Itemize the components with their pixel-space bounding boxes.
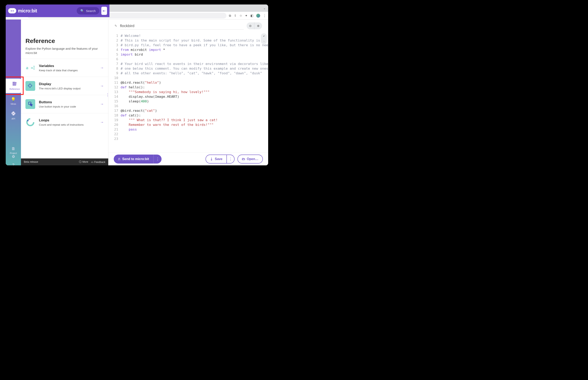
svg-rect-8	[29, 85, 29, 85]
buttons-icon	[25, 99, 35, 109]
sidebar-item-label: API	[12, 117, 15, 120]
sidebar-item-project[interactable]: 🗎 Project	[10, 146, 17, 154]
reference-item-display[interactable]: Display The micro:bit's LED display outp…	[21, 77, 108, 95]
logo-text: micro:bit	[18, 8, 37, 14]
reference-item-sub: Use button inputs in your code	[39, 105, 96, 108]
reference-item-name: Buttons	[39, 100, 96, 104]
browser-window: Python Editor for micro:bit ✕ + ⌄ ← → ⟳ …	[6, 4, 268, 165]
panel-footer: Beta release ⓘ More ▭ Feedback	[21, 158, 108, 165]
svg-rect-10	[28, 85, 29, 86]
python-icon	[11, 111, 16, 117]
svg-rect-9	[31, 85, 32, 85]
editor-header: ✎ flockbird ⊖ ⊕	[108, 19, 268, 32]
search-button[interactable]: 🔍 Search	[77, 7, 99, 15]
edit-filename-icon[interactable]: ✎	[115, 24, 117, 28]
extensions-icon[interactable]: ✦	[245, 14, 248, 18]
code-content[interactable]: # Welcome!# This is the main script for …	[121, 33, 268, 152]
download-icon: ⭳	[210, 157, 213, 161]
chevron-right-icon: →	[100, 120, 104, 124]
reference-item-loops[interactable]: Loops Count and repeat sets of instructi…	[21, 113, 108, 131]
beta-label: Beta release	[24, 160, 38, 163]
line-gutter: 1234567891011121314151617181920212223	[108, 33, 121, 152]
help-icon[interactable]: ?	[12, 163, 15, 165]
chevron-right-icon: →	[100, 66, 104, 70]
logo-badge-icon	[8, 8, 16, 13]
panel-header: Reference Explore the Python language an…	[21, 32, 108, 59]
reference-item-name: Variables	[39, 64, 96, 68]
send-to-microbit-button[interactable]: ⎍Send to micro:bit ⋮	[114, 154, 162, 164]
tabs-dropdown-icon[interactable]: ⌄	[263, 6, 266, 10]
reference-item-sub: Count and repeat sets of instructions	[39, 123, 96, 126]
redo-button[interactable]: ↷	[261, 39, 267, 44]
zoom-controls: ⊖ ⊕	[247, 22, 262, 29]
open-button[interactable]: 🗁Open…	[237, 154, 263, 164]
collapse-sidebar-button[interactable]: ⇤	[101, 7, 107, 15]
svg-rect-7	[30, 84, 31, 85]
save-button[interactable]: ⭳Save ⋮	[206, 154, 235, 164]
variables-icon: a = 5⚅	[25, 63, 35, 73]
project-filename[interactable]: flockbird	[120, 24, 244, 30]
sidebar-item-api[interactable]: API	[11, 111, 16, 120]
bookmark-icon[interactable]: ☆	[239, 14, 242, 18]
svg-rect-14	[29, 87, 30, 87]
chevron-right-icon: →	[100, 84, 104, 88]
code-editor[interactable]: 1234567891011121314151617181920212223 # …	[108, 32, 268, 152]
zoom-out-button[interactable]: ⊖	[247, 22, 254, 29]
zoom-in-button[interactable]: ⊕	[254, 22, 262, 29]
chevron-right-icon: →	[100, 102, 104, 106]
sidepanel-icon[interactable]: ◧	[250, 14, 253, 18]
lightbulb-icon: 💡	[11, 97, 16, 102]
sidebar-item-label: Project	[10, 152, 17, 154]
share-icon[interactable]: ⇧	[234, 14, 237, 18]
reference-item-sub: Keep track of data that changes	[39, 69, 96, 72]
reference-item-sub: The micro:bit's LED display output	[39, 87, 96, 90]
send-dropdown-button[interactable]: ⋮	[153, 154, 161, 164]
svg-point-18	[27, 119, 34, 126]
editor-footer: ⎍Send to micro:bit ⋮ ⭳Save ⋮ 🗁Open…	[108, 152, 268, 165]
display-icon	[25, 81, 35, 91]
search-placeholder: Search	[86, 9, 96, 13]
undo-button[interactable]: ↶	[261, 33, 267, 39]
svg-rect-11	[32, 85, 32, 86]
menu-icon[interactable]: ⋮	[263, 14, 266, 18]
app-header: micro:bit 🔍 Search ⇤	[6, 4, 109, 17]
folder-icon: 🗁	[242, 157, 245, 161]
reference-panel: Reference Explore the Python language an…	[21, 19, 108, 165]
svg-rect-16	[30, 87, 30, 88]
more-link[interactable]: ⓘ More	[79, 160, 88, 164]
tutorial-highlight	[6, 76, 24, 95]
open-external-icon[interactable]: ⧉	[229, 14, 231, 18]
app-content: micro:bit 🔍 Search ⇤ Reference 💡 Idea	[6, 19, 268, 165]
reference-item-variables[interactable]: a = 5⚅ Variables Keep track of data that…	[21, 59, 108, 77]
sidebar: Reference 💡 Ideas API 🗎 Project	[6, 19, 21, 165]
feedback-link[interactable]: ▭ Feedback	[91, 160, 105, 164]
reference-item-name: Display	[39, 82, 96, 86]
reference-item-name: Loops	[39, 118, 96, 122]
sidebar-item-ideas[interactable]: 💡 Ideas	[11, 97, 16, 105]
svg-rect-6	[29, 84, 30, 85]
reference-item-buttons[interactable]: Buttons Use button inputs in your code →	[21, 95, 108, 113]
reference-list[interactable]: a = 5⚅ Variables Keep track of data that…	[21, 59, 108, 158]
profile-avatar[interactable]	[256, 14, 260, 18]
undo-redo-controls: ↶ ↷	[261, 33, 267, 44]
save-dropdown-button[interactable]: ⋮	[227, 155, 234, 163]
settings-icon[interactable]: ⚙	[12, 154, 15, 159]
search-icon: 🔍	[80, 9, 84, 13]
svg-rect-12	[29, 86, 29, 87]
svg-rect-13	[31, 86, 32, 87]
sidebar-item-label: Ideas	[11, 103, 16, 105]
editor-pane: ✎ flockbird ⊖ ⊕ 123456789101112131415161…	[108, 19, 268, 165]
svg-rect-15	[30, 87, 31, 87]
usb-icon: ⎍	[118, 157, 120, 161]
panel-title: Reference	[25, 38, 104, 44]
loops-icon	[25, 117, 35, 127]
svg-rect-5	[30, 83, 30, 84]
microbit-logo[interactable]: micro:bit	[8, 8, 37, 14]
panel-description: Explore the Python language and the feat…	[25, 46, 104, 55]
files-icon: 🗎	[11, 146, 16, 151]
